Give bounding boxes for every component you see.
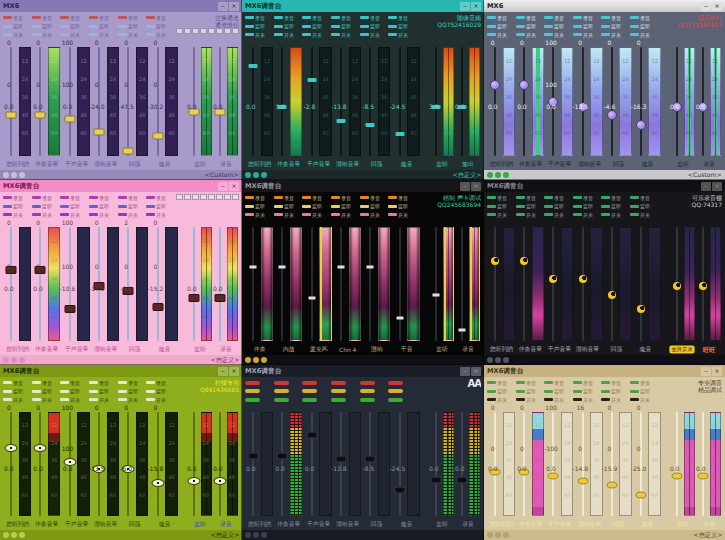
monitor-toggle[interactable] [3, 205, 12, 208]
power-toggle[interactable] [630, 398, 639, 401]
power-toggle[interactable] [388, 33, 397, 36]
record-toggle[interactable] [573, 196, 582, 199]
monitor-toggle[interactable] [146, 25, 155, 28]
power-toggle[interactable] [360, 213, 369, 216]
close-button[interactable]: × [471, 367, 481, 376]
fader-handle[interactable] [277, 452, 288, 459]
power-toggle[interactable] [274, 398, 289, 402]
monitor-toggle[interactable] [630, 25, 639, 28]
power-toggle[interactable] [60, 398, 69, 401]
status-button[interactable] [261, 532, 267, 538]
power-toggle[interactable] [118, 398, 127, 401]
fader-handle[interactable] [608, 291, 616, 299]
fader-track[interactable] [193, 412, 195, 516]
record-toggle[interactable] [118, 381, 127, 384]
fader-track[interactable] [219, 227, 221, 341]
fader-track[interactable] [193, 47, 195, 156]
channel-matrix-button[interactable] [200, 28, 207, 34]
status-button[interactable] [19, 357, 25, 363]
fader-handle[interactable] [94, 129, 105, 136]
fader-handle[interactable] [636, 120, 646, 130]
minimize-button[interactable]: ‒ [218, 367, 228, 376]
fader-track[interactable] [461, 227, 463, 341]
fader-track[interactable] [69, 227, 71, 341]
power-toggle[interactable] [274, 213, 283, 216]
fader-track[interactable] [494, 47, 496, 156]
fader-track[interactable] [552, 227, 554, 341]
minimize-button[interactable]: ‒ [701, 182, 711, 191]
fader-handle[interactable] [308, 296, 315, 299]
record-toggle[interactable] [544, 16, 553, 19]
power-toggle[interactable] [118, 213, 127, 216]
record-toggle[interactable] [544, 196, 553, 199]
fader-handle[interactable] [188, 477, 201, 485]
channel-matrix-button[interactable] [224, 194, 231, 200]
fader-handle[interactable] [64, 305, 75, 313]
power-toggle[interactable] [32, 213, 41, 216]
power-toggle[interactable] [516, 33, 525, 36]
fader-track[interactable] [127, 227, 129, 341]
record-toggle[interactable] [274, 381, 289, 385]
close-button[interactable]: × [471, 2, 481, 11]
fader-handle[interactable] [366, 123, 375, 127]
fader-track[interactable] [523, 227, 525, 341]
status-button[interactable] [261, 172, 267, 178]
monitor-toggle[interactable] [274, 205, 283, 208]
fader-track[interactable] [340, 227, 342, 341]
fader-handle[interactable] [396, 317, 403, 320]
record-toggle[interactable] [601, 196, 610, 199]
record-toggle[interactable] [146, 16, 155, 19]
monitor-toggle[interactable] [487, 25, 496, 28]
channel-matrix-button[interactable] [232, 28, 239, 34]
record-toggle[interactable] [32, 381, 41, 384]
record-toggle[interactable] [331, 381, 346, 385]
fader-track[interactable] [219, 412, 221, 516]
fader-handle[interactable] [5, 444, 18, 452]
record-toggle[interactable] [388, 381, 403, 385]
monitor-toggle[interactable] [146, 390, 155, 393]
fader-handle[interactable] [459, 328, 466, 331]
record-toggle[interactable] [487, 16, 496, 19]
fader-track[interactable] [399, 227, 401, 341]
status-button[interactable] [253, 172, 259, 178]
fader-track[interactable] [10, 412, 12, 516]
power-toggle[interactable] [302, 33, 311, 36]
close-button[interactable]: × [712, 2, 722, 11]
power-toggle[interactable] [331, 398, 346, 402]
fader-handle[interactable] [431, 476, 442, 483]
record-toggle[interactable] [32, 16, 41, 19]
channel-matrix-button[interactable] [216, 194, 223, 200]
monitor-toggle[interactable] [544, 205, 553, 208]
record-toggle[interactable] [360, 196, 369, 199]
record-toggle[interactable] [89, 196, 98, 199]
fader-handle[interactable] [34, 444, 47, 452]
close-button[interactable]: × [712, 182, 722, 191]
record-toggle[interactable] [630, 16, 639, 19]
monitor-toggle[interactable] [89, 390, 98, 393]
record-toggle[interactable] [118, 196, 127, 199]
fader-handle[interactable] [307, 78, 316, 82]
fader-track[interactable] [435, 227, 437, 341]
fader-handle[interactable] [606, 481, 617, 488]
channel-matrix-button[interactable] [184, 28, 191, 34]
monitor-toggle[interactable] [245, 25, 254, 28]
power-toggle[interactable] [331, 213, 340, 216]
fader-handle[interactable] [519, 80, 529, 90]
channel-matrix-button[interactable] [176, 28, 183, 34]
monitor-toggle[interactable] [245, 205, 254, 208]
record-toggle[interactable] [487, 196, 496, 199]
fader-track[interactable] [494, 227, 496, 341]
fader-track[interactable] [252, 227, 254, 341]
monitor-toggle[interactable] [302, 389, 317, 393]
preset-selector[interactable]: <Custom> [205, 171, 239, 179]
status-button[interactable] [495, 357, 501, 363]
close-button[interactable]: × [229, 182, 239, 191]
status-button[interactable] [487, 172, 493, 178]
record-toggle[interactable] [274, 196, 283, 199]
status-button[interactable] [487, 532, 493, 538]
preset-selector[interactable]: <Custom> [688, 171, 722, 179]
status-button[interactable] [11, 532, 17, 538]
status-button[interactable] [3, 172, 9, 178]
record-toggle[interactable] [302, 16, 311, 19]
record-toggle[interactable] [573, 16, 582, 19]
